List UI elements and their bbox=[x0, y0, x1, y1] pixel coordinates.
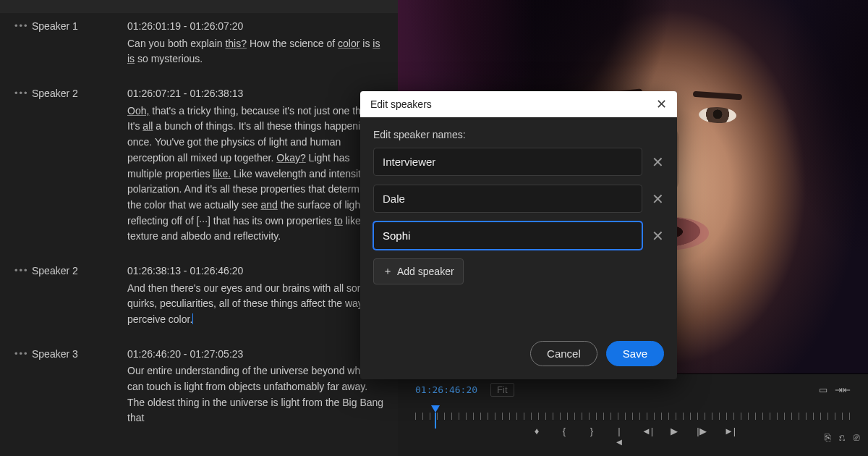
transcript-segment[interactable]: •••Speaker 301:26:46:20 - 01:27:05:23Our… bbox=[14, 347, 386, 426]
zoom-fit-dropdown[interactable]: Fit bbox=[490, 383, 514, 397]
segment-speaker-label[interactable]: Speaker 3 bbox=[32, 347, 127, 426]
mark-out-button[interactable]: } bbox=[587, 426, 597, 447]
mark-in-button[interactable]: { bbox=[559, 426, 569, 447]
remove-speaker-icon[interactable]: ✕ bbox=[651, 190, 664, 208]
segment-text[interactable]: Our entire understanding of the universe… bbox=[127, 363, 386, 426]
export-frame-button[interactable]: ⎚ bbox=[854, 431, 859, 443]
speaker-row: ✕ bbox=[373, 185, 664, 213]
settings-icon[interactable]: ▭ bbox=[819, 384, 827, 395]
ripple-icon[interactable]: ⇥⇤ bbox=[835, 384, 851, 395]
add-speaker-label: Add speaker bbox=[397, 266, 454, 277]
step-forward-button[interactable]: |▶ bbox=[697, 426, 707, 447]
play-button[interactable]: ▶ bbox=[669, 426, 679, 447]
speaker-row: ✕ bbox=[373, 221, 664, 250]
segment-text[interactable]: Ooh, that's a tricky thing, because it's… bbox=[127, 104, 386, 245]
more-icon[interactable]: ••• bbox=[14, 263, 32, 328]
lift-button[interactable]: ⎘ bbox=[825, 431, 830, 443]
dialog-title: Edit speakers bbox=[370, 98, 432, 110]
speaker-name-input[interactable] bbox=[373, 221, 642, 250]
panel-tab-strip bbox=[0, 0, 398, 13]
go-to-in-button[interactable]: |◄ bbox=[614, 426, 624, 447]
go-to-out-button[interactable]: ►| bbox=[724, 426, 734, 447]
more-icon[interactable]: ••• bbox=[14, 86, 32, 245]
timecode-display[interactable]: 01:26:46:20 bbox=[415, 384, 477, 395]
segment-timecode: 01:26:07:21 - 01:26:38:13 bbox=[127, 86, 386, 102]
step-back-button[interactable]: ◄| bbox=[642, 426, 652, 447]
player-controls: 01:26:46:20 Fit ▭ ⇥⇤ ♦ { } |◄ ◄| ▶ |▶ ►|… bbox=[398, 373, 868, 456]
more-icon[interactable]: ••• bbox=[14, 19, 32, 67]
remove-speaker-icon[interactable]: ✕ bbox=[651, 153, 664, 171]
segment-text[interactable]: Can you both explain this? How the scien… bbox=[127, 36, 386, 67]
playhead[interactable] bbox=[431, 405, 440, 413]
dialog-header: Edit speakers ✕ bbox=[360, 91, 677, 117]
transcript-segment[interactable]: •••Speaker 201:26:38:13 - 01:26:46:20And… bbox=[14, 263, 386, 328]
edit-speakers-dialog: Edit speakers ✕ Edit speaker names: ✕✕✕ … bbox=[360, 91, 677, 379]
plus-icon: ＋ bbox=[383, 265, 393, 278]
segment-speaker-label[interactable]: Speaker 2 bbox=[32, 263, 127, 328]
dialog-subtitle: Edit speaker names: bbox=[373, 129, 664, 140]
segment-timecode: 01:26:01:19 - 01:26:07:20 bbox=[127, 19, 386, 35]
time-ruler[interactable] bbox=[415, 405, 851, 421]
segment-timecode: 01:26:46:20 - 01:27:05:23 bbox=[127, 347, 386, 363]
add-marker-button[interactable]: ♦ bbox=[532, 426, 542, 447]
transport-bar: ♦ { } |◄ ◄| ▶ |▶ ►| bbox=[415, 426, 851, 447]
remove-speaker-icon[interactable]: ✕ bbox=[651, 227, 664, 245]
segment-timecode: 01:26:38:13 - 01:26:46:20 bbox=[127, 263, 386, 279]
extract-button[interactable]: ⎌ bbox=[839, 431, 845, 443]
transcript-segment[interactable]: •••Speaker 101:26:01:19 - 01:26:07:20Can… bbox=[14, 19, 386, 67]
transcript-list: •••Speaker 101:26:01:19 - 01:26:07:20Can… bbox=[14, 19, 386, 426]
segment-speaker-label[interactable]: Speaker 1 bbox=[32, 19, 127, 67]
close-icon[interactable]: ✕ bbox=[656, 98, 667, 111]
more-icon[interactable]: ••• bbox=[14, 347, 32, 426]
save-button[interactable]: Save bbox=[606, 341, 664, 366]
speaker-name-input[interactable] bbox=[373, 185, 642, 213]
add-speaker-button[interactable]: ＋ Add speaker bbox=[373, 258, 464, 284]
speaker-name-input[interactable] bbox=[373, 148, 642, 176]
cancel-button[interactable]: Cancel bbox=[530, 341, 597, 366]
segment-speaker-label[interactable]: Speaker 2 bbox=[32, 86, 127, 245]
transcript-panel: •••Speaker 101:26:01:19 - 01:26:07:20Can… bbox=[0, 0, 398, 456]
segment-text[interactable]: And then there's our eyes and our brains… bbox=[127, 281, 386, 328]
speaker-row: ✕ bbox=[373, 148, 664, 176]
transcript-segment[interactable]: •••Speaker 201:26:07:21 - 01:26:38:13Ooh… bbox=[14, 86, 386, 245]
